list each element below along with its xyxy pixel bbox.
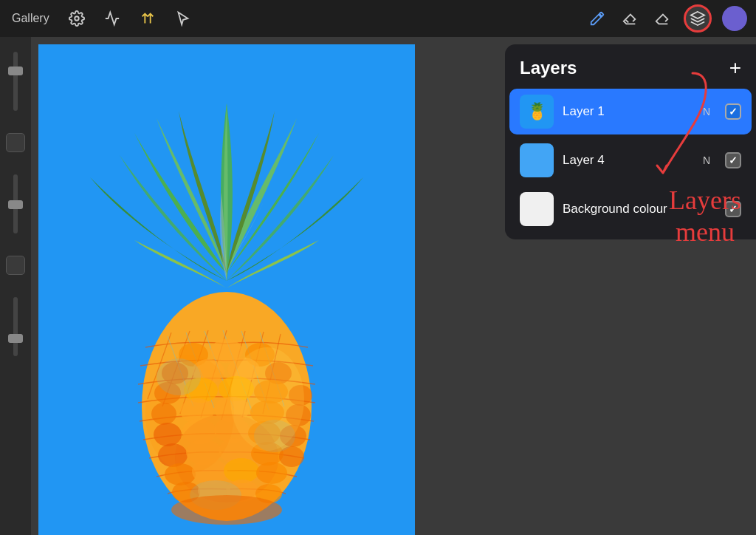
layer1-blend: N	[703, 106, 710, 117]
layer4-thumbnail	[520, 143, 554, 177]
opacity-slider-container	[13, 52, 18, 111]
layer4-checkbox[interactable]	[725, 152, 741, 168]
toolbar-left: Gallery	[9, 7, 586, 30]
pressure-slider-container	[13, 297, 18, 356]
opacity-slider[interactable]	[13, 52, 18, 111]
svg-point-44	[171, 495, 282, 525]
layer4-name: Layer 4	[563, 153, 694, 168]
svg-point-0	[75, 16, 79, 21]
brush-button[interactable]	[586, 7, 608, 30]
background-thumbnail	[520, 192, 554, 226]
canvas-area[interactable]: Layers + 🍍 Layer 1 N Layer 4 N Backgroun…	[31, 37, 756, 535]
transform-button[interactable]	[137, 7, 159, 30]
layer4-blend: N	[703, 154, 710, 166]
settings-button[interactable]	[66, 7, 88, 30]
pressure-slider[interactable]	[13, 297, 18, 356]
user-avatar[interactable]	[722, 6, 747, 31]
gallery-button[interactable]: Gallery	[9, 9, 52, 28]
smudge-button[interactable]	[619, 7, 641, 30]
size-slider[interactable]	[13, 174, 18, 234]
adjust-button[interactable]	[101, 7, 123, 30]
layer1-thumbnail: 🍍	[520, 95, 554, 129]
add-layer-button[interactable]: +	[729, 58, 741, 78]
layers-icon-wrapper	[684, 4, 712, 33]
layer1-name: Layer 1	[563, 104, 694, 119]
svg-point-41	[157, 358, 201, 395]
left-sidebar	[0, 37, 31, 535]
layer-row-layer1[interactable]: 🍍 Layer 1 N	[509, 89, 752, 134]
toolbar-right	[586, 4, 747, 33]
layers-title: Layers	[520, 58, 577, 78]
svg-point-42	[254, 420, 295, 452]
background-name: Background colour	[563, 202, 716, 217]
background-checkbox[interactable]	[725, 201, 741, 217]
size-slider-container	[13, 174, 18, 234]
layers-panel: Layers + 🍍 Layer 1 N Layer 4 N Backgroun…	[505, 44, 756, 239]
drawing-canvas[interactable]	[38, 44, 415, 535]
layer-row-background[interactable]: Background colour	[509, 186, 752, 232]
eraser-button[interactable]	[651, 7, 673, 30]
svg-marker-1	[691, 12, 704, 18]
layer-row-layer4[interactable]: Layer 4 N	[509, 137, 752, 183]
selection-button[interactable]	[172, 7, 194, 30]
layer1-checkbox[interactable]	[725, 103, 741, 120]
sidebar-small-btn-2[interactable]	[6, 256, 25, 275]
sidebar-small-btn-1[interactable]	[6, 133, 25, 152]
layers-header: Layers +	[505, 44, 756, 89]
toolbar: Gallery	[0, 0, 756, 37]
layers-button[interactable]	[684, 4, 712, 33]
